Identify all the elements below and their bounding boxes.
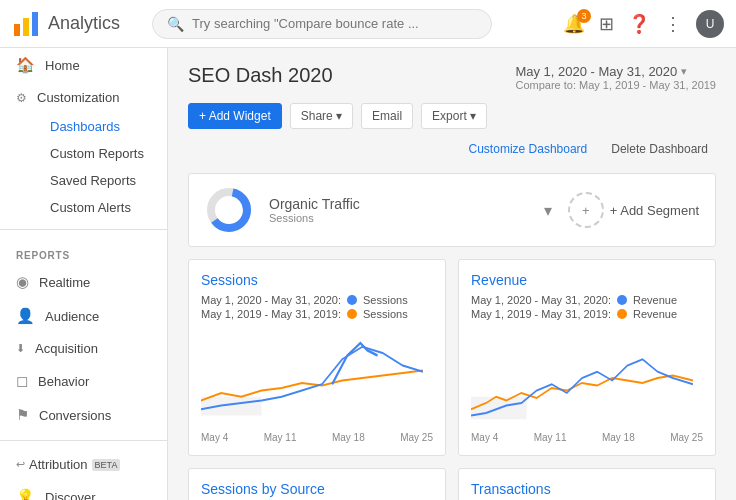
sessions-legend-date-1: May 1, 2020 - May 31, 2020: — [201, 294, 341, 306]
content-header: SEO Dash 2020 May 1, 2020 - May 31, 2020… — [188, 64, 716, 91]
help-button[interactable]: ❓ — [628, 13, 650, 35]
toolbar: + Add Widget Share ▾ Email Export ▾ Cust… — [188, 103, 716, 161]
search-bar[interactable]: 🔍 — [152, 9, 492, 39]
revenue-legend-dot-2 — [617, 309, 627, 319]
transactions-chart-title[interactable]: Transactions — [471, 481, 703, 497]
add-segment-label: + Add Segment — [610, 203, 699, 218]
apps-button[interactable]: ⊞ — [599, 13, 614, 35]
header-icons: 🔔 3 ⊞ ❓ ⋮ U — [563, 10, 724, 38]
date-range-main[interactable]: May 1, 2020 - May 31, 2020 ▾ — [515, 64, 716, 79]
date-range-dropdown-icon: ▾ — [681, 65, 687, 78]
sidebar-item-customization[interactable]: ⚙ Customization — [0, 82, 167, 113]
reports-section-title: REPORTS — [0, 238, 167, 265]
sidebar-item-custom-reports[interactable]: Custom Reports — [42, 140, 167, 167]
dashboards-label: Dashboards — [50, 119, 120, 134]
sidebar-item-behavior[interactable]: ◻ Behavior — [0, 364, 167, 398]
app-header: Analytics 🔍 🔔 3 ⊞ ❓ ⋮ U — [0, 0, 736, 48]
revenue-x-1: May 4 — [471, 432, 498, 443]
sidebar-item-attribution[interactable]: ↩ Attribution BETA — [0, 449, 167, 480]
add-widget-button[interactable]: + Add Widget — [188, 103, 282, 129]
sessions-legend-date-2: May 1, 2019 - May 31, 2019: — [201, 308, 341, 320]
user-avatar[interactable]: U — [696, 10, 724, 38]
add-segment-button[interactable]: + + Add Segment — [568, 192, 699, 228]
sidebar-item-discover[interactable]: 💡 Discover — [0, 480, 167, 500]
sidebar-item-dashboards[interactable]: Dashboards — [42, 113, 167, 140]
acquisition-icon: ⬇ — [16, 342, 25, 355]
sessions-x-2: May 11 — [264, 432, 297, 443]
revenue-chart-title[interactable]: Revenue — [471, 272, 703, 288]
sessions-by-source-title[interactable]: Sessions by Source — [201, 481, 433, 497]
audience-label: Audience — [45, 309, 99, 324]
sidebar-item-home-label: Home — [45, 58, 80, 73]
discover-label: Discover — [45, 490, 96, 501]
sessions-legend-item-2: May 1, 2019 - May 31, 2019: Sessions — [201, 308, 433, 320]
sessions-legend-dot-2 — [347, 309, 357, 319]
svg-rect-0 — [14, 24, 20, 36]
revenue-x-3: May 18 — [602, 432, 635, 443]
date-range-text: May 1, 2020 - May 31, 2020 — [515, 64, 677, 79]
sidebar-item-audience[interactable]: 👤 Audience — [0, 299, 167, 333]
export-button[interactable]: Export ▾ — [421, 103, 487, 129]
revenue-chart-card: Revenue May 1, 2020 - May 31, 2020: Reve… — [458, 259, 716, 456]
main-layout: 🏠 Home ⚙ Customization Dashboards Custom… — [0, 48, 736, 500]
logo-container: Analytics — [12, 10, 120, 38]
sidebar-item-custom-alerts[interactable]: Custom Alerts — [42, 194, 167, 221]
sessions-legend-label-1: Sessions — [363, 294, 408, 306]
transactions-chart-card: Transactions May 1, 2020 - May 31, 2020:… — [458, 468, 716, 500]
share-button[interactable]: Share ▾ — [290, 103, 353, 129]
sessions-by-source-chart-card: Sessions by Source google bing yahoo — [188, 468, 446, 500]
revenue-legend-label-1: Revenue — [633, 294, 677, 306]
realtime-label: Realtime — [39, 275, 90, 290]
attribution-label: Attribution — [29, 457, 88, 472]
sidebar: 🏠 Home ⚙ Customization Dashboards Custom… — [0, 48, 168, 500]
audience-icon: 👤 — [16, 307, 35, 325]
sidebar-divider — [0, 229, 167, 230]
email-button[interactable]: Email — [361, 103, 413, 129]
compare-date: Compare to: May 1, 2019 - May 31, 2019 — [515, 79, 716, 91]
segment-sub: Sessions — [269, 212, 528, 224]
segment-info: Organic Traffic Sessions — [269, 196, 528, 224]
behavior-label: Behavior — [38, 374, 89, 389]
notification-badge: 3 — [577, 9, 591, 23]
revenue-chart-svg — [471, 328, 703, 428]
sessions-legend-dot-1 — [347, 295, 357, 305]
revenue-legend-date-1: May 1, 2020 - May 31, 2020: — [471, 294, 611, 306]
realtime-icon: ◉ — [16, 273, 29, 291]
revenue-legend-item-1: May 1, 2020 - May 31, 2020: Revenue — [471, 294, 703, 306]
sidebar-item-realtime[interactable]: ◉ Realtime — [0, 265, 167, 299]
sessions-chart-title[interactable]: Sessions — [201, 272, 433, 288]
sidebar-item-home[interactable]: 🏠 Home — [0, 48, 167, 82]
segment-dropdown-icon[interactable]: ▾ — [544, 201, 552, 220]
charts-grid: Sessions May 1, 2020 - May 31, 2020: Ses… — [188, 259, 716, 500]
svg-rect-2 — [32, 12, 38, 36]
sessions-chart-legend: May 1, 2020 - May 31, 2020: Sessions May… — [201, 294, 433, 320]
sidebar-divider-2 — [0, 440, 167, 441]
saved-reports-label: Saved Reports — [50, 173, 136, 188]
svg-rect-1 — [23, 18, 29, 36]
sidebar-item-saved-reports[interactable]: Saved Reports — [42, 167, 167, 194]
sidebar-item-acquisition[interactable]: ⬇ Acquisition — [0, 333, 167, 364]
more-options-button[interactable]: ⋮ — [664, 13, 682, 35]
sessions-chart-card: Sessions May 1, 2020 - May 31, 2020: Ses… — [188, 259, 446, 456]
app-title: Analytics — [48, 13, 120, 34]
revenue-chart-area — [471, 328, 703, 428]
attribution-beta-badge: BETA — [92, 459, 121, 471]
home-icon: 🏠 — [16, 56, 35, 74]
revenue-x-4: May 25 — [670, 432, 703, 443]
revenue-x-labels: May 4 May 11 May 18 May 25 — [471, 428, 703, 443]
add-segment-circle: + — [568, 192, 604, 228]
custom-alerts-label: Custom Alerts — [50, 200, 131, 215]
customize-dashboard-button[interactable]: Customize Dashboard — [461, 137, 596, 161]
delete-dashboard-button[interactable]: Delete Dashboard — [603, 137, 716, 161]
analytics-logo-icon — [12, 10, 40, 38]
notifications-button[interactable]: 🔔 3 — [563, 13, 585, 35]
search-input[interactable] — [192, 16, 477, 31]
sidebar-item-conversions[interactable]: ⚑ Conversions — [0, 398, 167, 432]
segment-name: Organic Traffic — [269, 196, 528, 212]
search-icon: 🔍 — [167, 16, 184, 32]
revenue-legend-date-2: May 1, 2019 - May 31, 2019: — [471, 308, 611, 320]
custom-reports-label: Custom Reports — [50, 146, 144, 161]
customization-icon: ⚙ — [16, 91, 27, 105]
sessions-chart-svg — [201, 328, 433, 428]
sessions-chart-area — [201, 328, 433, 428]
